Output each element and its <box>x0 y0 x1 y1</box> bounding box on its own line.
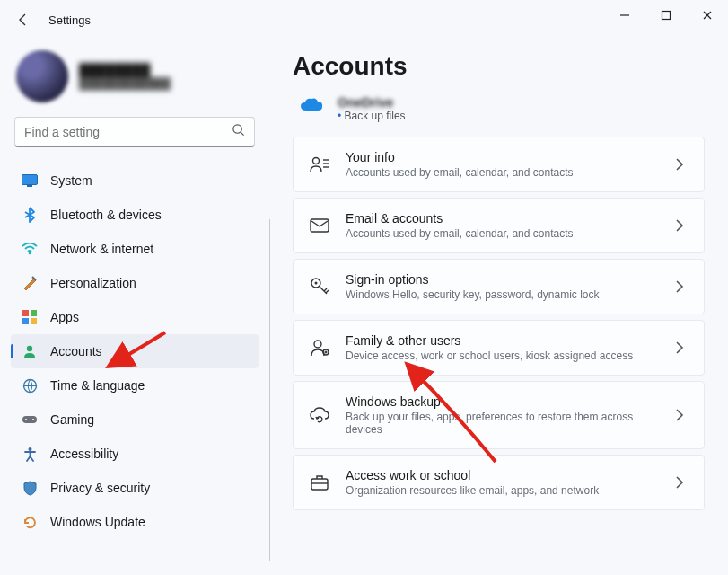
briefcase-icon <box>310 473 329 492</box>
sidebar-item-privacy[interactable]: Privacy & security <box>11 471 259 505</box>
divider <box>269 219 270 561</box>
svg-point-15 <box>32 419 34 420</box>
card-family-other[interactable]: Family & other users Device access, work… <box>293 320 705 376</box>
card-sub: Back up your files, apps, preferences to… <box>346 411 659 436</box>
family-icon <box>310 338 329 358</box>
sidebar-item-accessibility[interactable]: Accessibility <box>11 437 259 471</box>
sidebar-item-network[interactable]: Network & internet <box>11 232 259 266</box>
card-title: Your info <box>346 150 659 164</box>
sidebar-item-label: System <box>50 173 92 188</box>
sidebar-item-accounts[interactable]: Accounts <box>11 334 259 368</box>
system-icon <box>22 172 38 189</box>
minimize-button[interactable] <box>604 0 645 31</box>
chevron-right-icon <box>675 158 688 171</box>
card-your-info[interactable]: Your info Accounts used by email, calend… <box>293 137 705 192</box>
sidebar-item-label: Network & internet <box>50 242 153 256</box>
wifi-icon <box>22 241 38 257</box>
sidebar-item-bluetooth[interactable]: Bluetooth & devices <box>11 198 259 232</box>
maximize-button[interactable] <box>645 0 687 31</box>
svg-point-14 <box>25 419 27 420</box>
sidebar-item-gaming[interactable]: Gaming <box>11 402 259 437</box>
sidebar: ████████ ████████████ System Bluetooth &… <box>0 40 269 575</box>
sidebar-item-time[interactable]: Time & language <box>11 368 259 402</box>
card-sub: Windows Hello, security key, password, d… <box>346 288 659 301</box>
svg-rect-7 <box>22 310 29 316</box>
gaming-icon <box>22 411 38 428</box>
svg-line-3 <box>241 132 243 135</box>
back-button[interactable] <box>7 4 39 36</box>
card-sub: Organization resources like email, apps,… <box>346 484 659 497</box>
paintbrush-icon <box>22 275 38 291</box>
sidebar-item-update[interactable]: Windows Update <box>11 505 259 539</box>
sidebar-item-label: Windows Update <box>50 515 145 529</box>
clock-globe-icon <box>22 377 38 394</box>
svg-rect-13 <box>22 416 37 423</box>
svg-point-24 <box>314 341 321 348</box>
card-title: Access work or school <box>346 468 659 482</box>
svg-point-17 <box>313 158 320 164</box>
svg-point-2 <box>233 125 241 133</box>
sidebar-item-label: Gaming <box>50 412 94 427</box>
shield-icon <box>22 480 38 496</box>
svg-point-23 <box>315 282 318 285</box>
card-work-school[interactable]: Access work or school Organization resou… <box>293 455 705 510</box>
search-box[interactable] <box>14 117 255 147</box>
close-button[interactable] <box>687 0 728 31</box>
search-icon <box>232 123 245 140</box>
onedrive-sub: Back up files <box>338 110 406 122</box>
svg-rect-5 <box>27 185 32 187</box>
update-icon <box>22 514 38 530</box>
card-title: Windows backup <box>346 394 659 409</box>
svg-rect-8 <box>31 310 37 316</box>
window-controls <box>604 0 728 31</box>
svg-point-6 <box>29 252 31 255</box>
chevron-right-icon <box>675 219 688 232</box>
page-title: Accounts <box>293 52 705 81</box>
chevron-right-icon <box>675 280 688 293</box>
titlebar: Settings <box>0 0 728 40</box>
card-signin-options[interactable]: Sign-in options Windows Hello, security … <box>293 259 705 314</box>
sidebar-item-label: Accessibility <box>50 447 118 461</box>
onedrive-row[interactable]: OneDrive Back up files <box>293 95 705 137</box>
cloud-icon <box>300 97 323 113</box>
sidebar-item-label: Bluetooth & devices <box>50 208 162 222</box>
card-windows-backup[interactable]: Windows backup Back up your files, apps,… <box>293 381 705 449</box>
card-title: Sign-in options <box>346 272 659 287</box>
svg-rect-1 <box>662 12 671 20</box>
person-icon <box>22 343 38 359</box>
sidebar-item-system[interactable]: System <box>11 164 259 198</box>
svg-rect-21 <box>311 219 329 232</box>
sidebar-item-apps[interactable]: Apps <box>11 300 259 334</box>
svg-point-11 <box>27 346 32 351</box>
card-title: Email & accounts <box>346 211 659 226</box>
card-email-accounts[interactable]: Email & accounts Accounts used by email,… <box>293 198 705 253</box>
profile-block[interactable]: ████████ ████████████ <box>11 47 259 117</box>
profile-name: ████████ <box>79 63 171 77</box>
card-sub: Accounts used by email, calendar, and co… <box>346 227 659 240</box>
your-info-icon <box>310 155 329 174</box>
profile-text: ████████ ████████████ <box>79 63 171 90</box>
nav-list: System Bluetooth & devices Network & int… <box>11 164 259 564</box>
email-icon <box>310 216 329 235</box>
profile-email: ████████████ <box>79 77 171 90</box>
card-sub: Accounts used by email, calendar, and co… <box>346 166 659 179</box>
svg-point-16 <box>28 447 31 451</box>
sidebar-item-label: Accounts <box>50 344 102 358</box>
main-content: Accounts OneDrive Back up files Your inf… <box>269 40 728 575</box>
chevron-right-icon <box>675 409 688 421</box>
sidebar-item-personalization[interactable]: Personalization <box>11 266 259 300</box>
onedrive-title: OneDrive <box>338 95 406 110</box>
sidebar-item-label: Personalization <box>50 276 136 290</box>
search-input[interactable] <box>24 125 232 139</box>
chevron-right-icon <box>675 341 688 354</box>
backup-icon <box>310 405 329 425</box>
key-icon <box>310 277 329 296</box>
svg-rect-28 <box>311 479 328 490</box>
svg-rect-10 <box>31 318 37 324</box>
window-title: Settings <box>48 13 91 27</box>
bluetooth-icon <box>22 207 38 223</box>
accessibility-icon <box>22 446 38 462</box>
sidebar-item-label: Privacy & security <box>50 481 150 495</box>
chevron-right-icon <box>675 476 688 489</box>
sidebar-item-label: Apps <box>50 310 79 324</box>
